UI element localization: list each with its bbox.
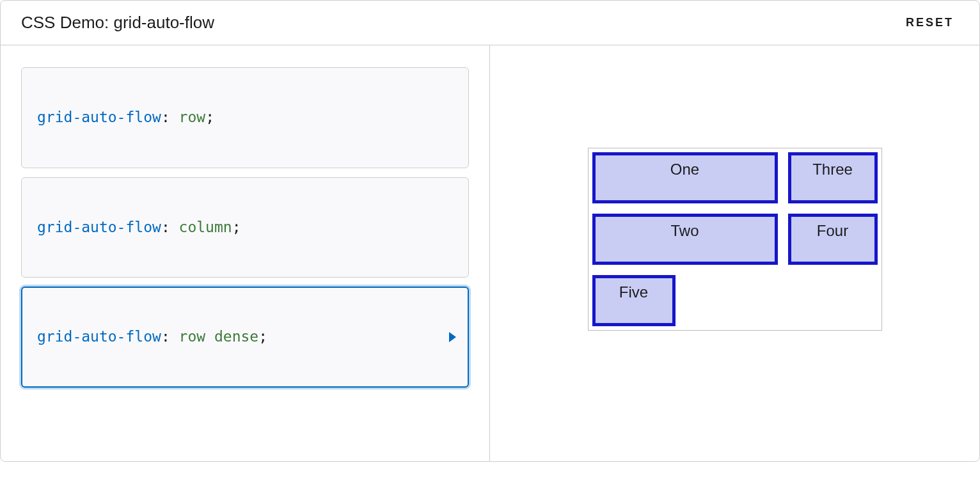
grid-container: One Three Two Four Five [588, 148, 882, 331]
grid-item-five: Five [592, 275, 676, 326]
css-property: grid-auto-flow [37, 328, 161, 345]
code-choice-row-dense[interactable]: grid-auto-flow: row dense; [21, 287, 469, 388]
grid-item-three: Three [788, 152, 878, 203]
css-value: row [179, 109, 206, 125]
colon: : [161, 328, 179, 345]
grid-item-two: Two [592, 214, 778, 265]
css-property: grid-auto-flow [37, 109, 161, 125]
css-value: row dense [179, 328, 259, 345]
css-property: grid-auto-flow [37, 219, 161, 235]
code-choice-column[interactable]: grid-auto-flow: column; [21, 177, 469, 278]
code-choice-row[interactable]: grid-auto-flow: row; [21, 67, 469, 168]
reset-button[interactable]: RESET [899, 12, 960, 33]
colon: : [161, 109, 179, 125]
semicolon: ; [232, 219, 241, 235]
code-choices-pane: grid-auto-flow: row; grid-auto-flow: col… [1, 45, 490, 461]
demo-body: grid-auto-flow: row; grid-auto-flow: col… [1, 45, 979, 461]
semicolon: ; [205, 109, 214, 125]
demo-title: CSS Demo: grid-auto-flow [21, 13, 214, 33]
output-pane: One Three Two Four Five [490, 45, 979, 461]
demo-header: CSS Demo: grid-auto-flow RESET [1, 1, 979, 45]
colon: : [161, 219, 179, 235]
play-icon [449, 332, 456, 342]
grid-item-one: One [592, 152, 778, 203]
css-demo-container: CSS Demo: grid-auto-flow RESET grid-auto… [0, 0, 980, 462]
css-value: column [179, 219, 232, 235]
grid-item-four: Four [788, 214, 878, 265]
semicolon: ; [258, 328, 267, 345]
